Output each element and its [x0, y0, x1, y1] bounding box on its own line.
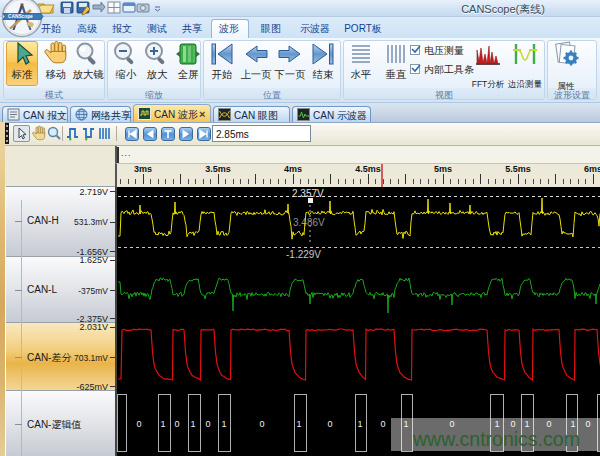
svg-text:1: 1: [160, 419, 165, 429]
svg-text:6ms: 6ms: [584, 164, 600, 174]
svg-text:-1.229V: -1.229V: [286, 249, 321, 260]
svg-text:4ms: 4ms: [284, 164, 302, 174]
svg-text:3.486V: 3.486V: [293, 217, 325, 228]
svg-text:3.5ms: 3.5ms: [205, 164, 231, 174]
svg-text:1: 1: [221, 419, 226, 429]
svg-text:2.357V: 2.357V: [292, 188, 324, 199]
svg-text:0: 0: [205, 419, 210, 429]
svg-text:1: 1: [296, 419, 301, 429]
svg-text:5ms: 5ms: [434, 164, 452, 174]
svg-text:5.5ms: 5.5ms: [505, 164, 531, 174]
svg-text:CANScope: CANScope: [8, 14, 33, 19]
svg-text:1: 1: [190, 419, 195, 429]
svg-text:1: 1: [357, 419, 362, 429]
svg-text:0: 0: [174, 419, 179, 429]
svg-text:www.cntronics.com: www.cntronics.com: [412, 428, 580, 450]
svg-text:0: 0: [327, 419, 332, 429]
svg-text:3ms: 3ms: [134, 164, 152, 174]
svg-text:4.5ms: 4.5ms: [355, 164, 381, 174]
svg-text:0: 0: [259, 419, 264, 429]
svg-text:0: 0: [136, 419, 141, 429]
svg-text:0: 0: [380, 419, 385, 429]
